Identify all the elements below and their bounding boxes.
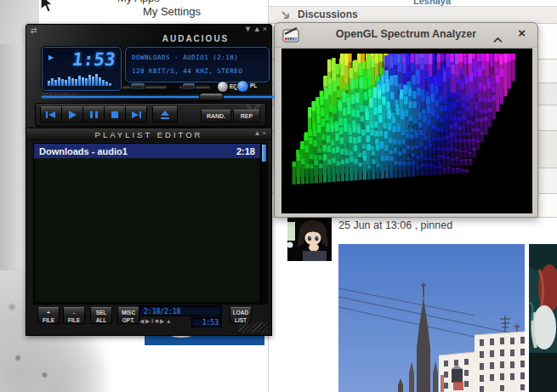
pause-icon <box>87 111 100 119</box>
seek-handle[interactable] <box>199 93 224 101</box>
shade-button[interactable]: ▼ <box>244 25 253 33</box>
previous-icon <box>44 111 58 119</box>
playlist-resize-grip[interactable] <box>239 322 268 332</box>
nav-item-my-settings[interactable]: My Settings <box>143 5 201 18</box>
post-meta: 25 Jun at 13:06 , pinned <box>338 219 452 231</box>
playlist-window[interactable]: PLAYLIST EDITOR ▲× Downloads - audio1 2:… <box>26 128 272 336</box>
spectrum-analyzer-window[interactable]: OpenGL Spectrum Analyzer × <box>274 22 538 218</box>
audacious-main-window[interactable]: ⇄ ▼▲× AUDACIOUS ▶ 1:53 VIZ DISPLAY DOWNL… <box>26 24 272 129</box>
pl-label: PL <box>250 82 257 88</box>
misc-options-button[interactable]: MISC OPT. <box>117 307 139 324</box>
lcd-time[interactable]: 1:53 <box>71 49 117 70</box>
discussions-label: Discussions <box>298 9 358 20</box>
audacious-app-icon: ⇄ <box>31 26 37 35</box>
spectrum-canvas <box>281 48 532 213</box>
next-button[interactable] <box>125 106 147 122</box>
audacious-window-controls[interactable]: ▼▲× <box>244 25 269 33</box>
eq-toggle-button[interactable] <box>217 81 229 93</box>
play-button[interactable] <box>61 106 83 122</box>
next-icon <box>129 111 143 119</box>
username-link[interactable]: Leshaya <box>270 0 557 6</box>
mouse-cursor <box>40 0 54 15</box>
audacious-title[interactable]: AUDACIOUS <box>120 34 271 43</box>
playlist-close-button[interactable]: × <box>262 129 268 137</box>
lcd-viz-bars <box>48 72 116 86</box>
load-list-button[interactable]: LOAD LIST <box>230 307 252 324</box>
repeat-button[interactable]: REP <box>233 110 260 122</box>
playlist-total-time: 2:18/2:18 <box>139 305 222 316</box>
select-all-button[interactable]: SEL ALL <box>90 307 112 324</box>
playlist-mini-transport[interactable]: ◀▶‖■▶▲ <box>139 318 190 325</box>
play-status-icon: ▶ <box>48 54 54 61</box>
pl-toggle-button[interactable] <box>236 80 249 93</box>
track-title-text: DOWNLOADS - AUDIO1 (2:18) <box>132 54 238 61</box>
track-format-text: 128 KBIT/S, 44 KHZ, STEREO <box>132 67 242 75</box>
minimize-icon[interactable] <box>492 31 503 47</box>
photo-cathedral[interactable] <box>338 244 525 392</box>
add-file-button[interactable]: + FILE <box>37 307 60 324</box>
balance-slider-handle[interactable] <box>182 82 196 90</box>
spectrum-close-button[interactable]: × <box>518 26 526 40</box>
play-icon <box>65 111 79 119</box>
discussions-header[interactable]: Discussions <box>269 6 557 24</box>
pause-button[interactable] <box>82 106 105 122</box>
photo-anime[interactable] <box>529 244 557 392</box>
playlist-item-duration: 2:18 <box>236 146 255 156</box>
desktop: My Apps My Settings Leshaya Discussions … <box>0 0 557 392</box>
previous-button[interactable] <box>40 106 62 122</box>
playlist-scrollbar-thumb[interactable] <box>262 145 266 162</box>
stop-icon <box>108 111 122 119</box>
volume-slider-handle[interactable] <box>130 82 145 90</box>
playlist-elapsed-time: 1:53 <box>191 317 222 327</box>
playlist-title: PLAYLIST EDITOR <box>26 130 271 139</box>
playlist-item-title: Downloads - audio1 <box>39 146 128 156</box>
close-button[interactable]: × <box>263 25 269 33</box>
remove-file-button[interactable]: - FILE <box>63 307 85 324</box>
shuffle-button[interactable]: RAND. <box>201 110 231 122</box>
stop-button[interactable] <box>104 106 126 122</box>
playlist-scrollbar[interactable] <box>261 143 268 304</box>
seek-bar[interactable] <box>42 96 275 98</box>
nav-item-partial[interactable]: My Apps <box>117 0 219 4</box>
track-info-display[interactable]: DOWNLOADS - AUDIO1 (2:18) 128 KBIT/S, 44… <box>125 47 270 82</box>
playlist-titlebar[interactable]: PLAYLIST EDITOR ▲× <box>26 128 271 141</box>
playlist-list[interactable]: Downloads - audio1 2:18 <box>33 143 261 304</box>
eject-button[interactable] <box>152 106 178 122</box>
eject-icon <box>158 111 172 119</box>
rollup-button[interactable]: ▲ <box>253 25 263 33</box>
avatar[interactable] <box>287 217 332 261</box>
playlist-rollup-button[interactable]: ▲ <box>253 129 262 137</box>
spectrum-titlebar[interactable]: OpenGL Spectrum Analyzer × <box>275 23 537 48</box>
playlist-item[interactable]: Downloads - audio1 2:18 <box>34 144 260 158</box>
lcd-display[interactable]: ▶ 1:53 <box>42 47 122 91</box>
